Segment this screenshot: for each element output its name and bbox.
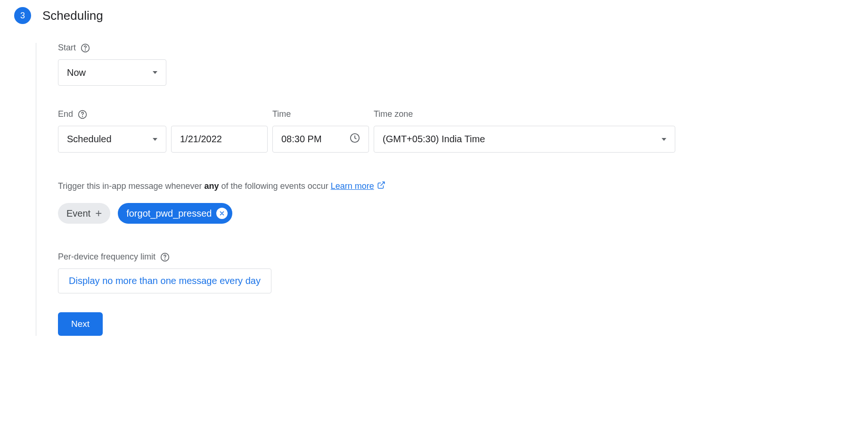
chevron-down-icon	[153, 71, 157, 74]
plus-icon: +	[95, 208, 102, 219]
end-type-select[interactable]: Scheduled	[58, 126, 166, 153]
end-section: End Time Time zone Scheduled 1/21/2022	[58, 109, 854, 153]
end-time-value: 08:30 PM	[281, 134, 322, 145]
end-tz-label: Time zone	[374, 109, 413, 119]
help-icon[interactable]	[160, 252, 170, 262]
external-link-icon	[377, 181, 385, 192]
clock-icon	[350, 133, 360, 146]
trigger-description: Trigger this in-app message whenever any…	[58, 181, 854, 192]
end-time-label: Time	[272, 109, 369, 119]
help-icon[interactable]	[78, 110, 87, 119]
trigger-bold: any	[204, 181, 219, 191]
end-type-value: Scheduled	[67, 134, 112, 145]
end-date-value: 1/21/2022	[180, 134, 222, 145]
step-number-text: 3	[20, 11, 25, 21]
end-label-container: End	[58, 109, 166, 119]
svg-point-3	[82, 116, 83, 116]
frequency-limit-button[interactable]: Display no more than one message every d…	[58, 268, 271, 293]
frequency-label-row: Per-device frequency limit	[58, 252, 854, 262]
step-header: 3 Scheduling	[14, 7, 854, 24]
trigger-text-suffix: of the following events occur	[219, 181, 331, 191]
start-label-row: Start	[58, 43, 854, 53]
chevron-down-icon	[662, 138, 666, 141]
svg-point-6	[165, 259, 165, 259]
add-event-chip[interactable]: Event +	[58, 203, 110, 224]
start-select-value: Now	[67, 67, 86, 78]
end-date-input[interactable]: 1/21/2022	[171, 126, 268, 153]
event-chips-row: Event + forgot_pwd_pressed	[58, 203, 854, 224]
remove-event-button[interactable]	[216, 208, 228, 219]
selected-event-name: forgot_pwd_pressed	[126, 208, 212, 219]
chevron-down-icon	[153, 138, 157, 141]
step-number-badge: 3	[14, 7, 31, 24]
frequency-label: Per-device frequency limit	[58, 252, 156, 262]
end-label: End	[58, 109, 73, 119]
end-time-input[interactable]: 08:30 PM	[272, 126, 369, 153]
selected-event-chip[interactable]: forgot_pwd_pressed	[118, 203, 232, 224]
start-select[interactable]: Now	[58, 59, 166, 86]
frequency-button-text: Display no more than one message every d…	[69, 276, 261, 286]
end-date-label-spacer	[171, 109, 268, 119]
svg-point-1	[85, 49, 86, 50]
trigger-text-prefix: Trigger this in-app message whenever	[58, 181, 204, 191]
scheduling-content: Start Now End	[36, 43, 854, 336]
next-button[interactable]: Next	[58, 312, 103, 336]
end-tz-select[interactable]: (GMT+05:30) India Time	[374, 126, 675, 153]
step-title: Scheduling	[42, 8, 103, 23]
learn-more-link[interactable]: Learn more	[331, 181, 385, 192]
frequency-section: Per-device frequency limit Display no mo…	[58, 252, 854, 293]
start-section: Start Now	[58, 43, 854, 86]
learn-more-text: Learn more	[331, 181, 374, 191]
next-button-text: Next	[71, 319, 90, 329]
event-chip-label: Event	[66, 208, 90, 219]
end-labels-row: End Time Time zone	[58, 109, 854, 119]
end-tz-value: (GMT+05:30) India Time	[383, 134, 485, 145]
trigger-section: Trigger this in-app message whenever any…	[58, 181, 854, 224]
start-label: Start	[58, 43, 76, 53]
end-inputs-row: Scheduled 1/21/2022 08:30 PM (GMT+05:30)…	[58, 126, 854, 153]
help-icon[interactable]	[81, 43, 90, 53]
